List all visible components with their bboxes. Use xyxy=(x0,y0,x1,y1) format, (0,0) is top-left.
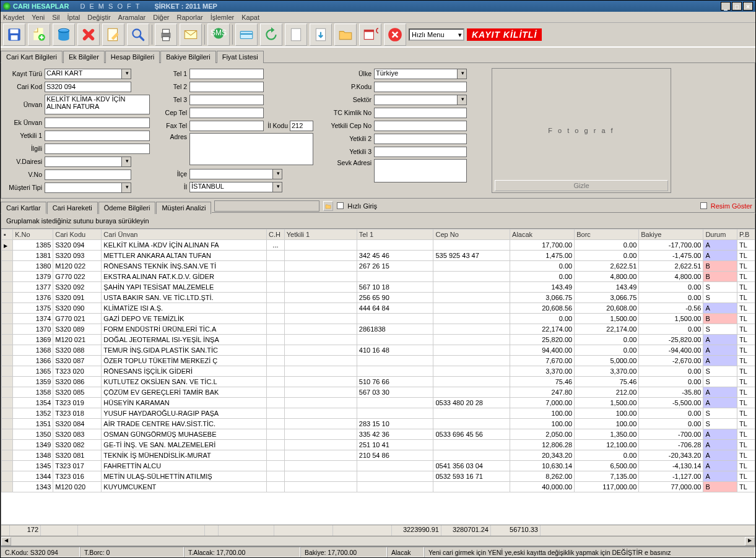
data-grid[interactable]: ▪K.NoCari KoduCari ÜnvanC.HYetkili 1Tel … xyxy=(1,229,755,525)
ilgili-input[interactable] xyxy=(45,144,150,154)
table-row[interactable]: 1349S320 082GE-Tİ İNŞ. VE SAN. MALZEMELE… xyxy=(2,440,755,450)
analysis-field[interactable] xyxy=(214,200,319,212)
col-header[interactable]: Borc xyxy=(575,230,639,240)
col-header[interactable]: Bakiye xyxy=(639,230,703,240)
tab-cari-kartlar[interactable]: Cari Kartlar xyxy=(1,202,46,214)
col-header[interactable]: Cari Ünvan xyxy=(102,230,267,240)
table-row[interactable]: 1385S320 094KELKİT KLİMA -KDV İÇİN ALINA… xyxy=(2,240,755,251)
table-row[interactable]: 1358S320 085ÇÖZÜM EV GEREÇLERİ TAMİR BAK… xyxy=(2,387,755,398)
save-icon[interactable] xyxy=(3,24,25,46)
col-header[interactable]: Tel 1 xyxy=(357,230,433,240)
menu-i̇şlemler[interactable]: İşlemler xyxy=(211,14,235,21)
musteri-tipi-combo[interactable] xyxy=(45,182,131,193)
calendar-ch-icon[interactable]: C.H xyxy=(359,24,381,46)
pkodu-input[interactable] xyxy=(374,82,467,92)
col-header[interactable]: Alacak xyxy=(510,230,575,240)
resim-goster-label[interactable]: Resim Göster xyxy=(711,202,752,210)
tab-cari-kart-bilgileri[interactable]: Cari Kart Bilgileri xyxy=(1,51,63,63)
yetkili2-input[interactable] xyxy=(374,134,467,144)
h-scrollbar[interactable]: ◀ ▶ xyxy=(1,536,755,546)
table-row[interactable]: 1343M120 020KUYUMCUKENT40,000.00117,000.… xyxy=(2,482,755,492)
ek-unvan-input[interactable] xyxy=(45,118,150,128)
table-row[interactable]: 1365T323 020RÖNESANS İŞÇİLİK GİDERİ3,370… xyxy=(2,366,755,377)
table-row[interactable]: 1377S320 092ŞAHİN YAPI TESİSAT MALZEMELE… xyxy=(2,282,755,293)
menu-değiştir[interactable]: Değiştir xyxy=(87,14,110,21)
table-row[interactable]: 1374G770 021GAZİ DEPO VE TEMİZLİK0.001,5… xyxy=(2,314,755,324)
ilkodu-input[interactable] xyxy=(290,121,313,131)
scroll-left-button[interactable]: ◀ xyxy=(1,537,11,546)
sektor-combo[interactable] xyxy=(374,95,467,105)
table-row[interactable]: 1380M120 022RÖNESANS TEKNİK İNŞ.SAN.VE T… xyxy=(2,261,755,272)
table-row[interactable]: 1348S320 081TEKNİK İŞ MÜHENDİSLİK-MURAT2… xyxy=(2,450,755,461)
tab-hesap-bilgileri[interactable]: Hesap Bilgileri xyxy=(105,51,160,63)
ulke-combo[interactable]: Türkiye xyxy=(374,69,467,79)
vdairesi-combo[interactable] xyxy=(45,157,131,167)
col-header[interactable]: Cari Kodu xyxy=(53,230,102,240)
menu-diğer[interactable]: Diğer xyxy=(153,14,169,21)
table-row[interactable]: 1345T323 017FAHRETTİN ALCU0541 356 03 04… xyxy=(2,461,755,471)
table-row[interactable]: 1370S320 089FORM ENDÜSTRİ ÜRÜNLERİ TİC.A… xyxy=(2,324,755,335)
table-row[interactable]: 1354T323 019HÜSEYİN KARAMAN0533 480 20 2… xyxy=(2,398,755,408)
quick-menu-combo[interactable]: Hızlı Menu xyxy=(409,28,464,41)
tckimlik-input[interactable] xyxy=(374,108,467,118)
yetkili1-input[interactable] xyxy=(45,131,150,141)
tab-fiyat-listesi[interactable]: Fiyat Listesi xyxy=(217,51,264,63)
menu-kaydet[interactable]: Kaydet xyxy=(3,14,24,21)
sevk-input[interactable] xyxy=(374,159,467,182)
cancel-icon[interactable] xyxy=(384,24,406,46)
unvan-input[interactable]: KELKİT KLİMA -KDV İÇİN ALINAN FATURA xyxy=(45,95,150,114)
ilce-combo[interactable] xyxy=(189,169,282,179)
database-icon[interactable] xyxy=(53,24,75,46)
fax-input[interactable] xyxy=(189,121,264,131)
scroll-right-button[interactable]: ▶ xyxy=(745,537,755,546)
yetkili-cep-input[interactable] xyxy=(374,121,467,131)
search-icon[interactable] xyxy=(127,24,149,46)
new-icon[interactable] xyxy=(28,24,50,46)
close-button[interactable]: × xyxy=(743,2,753,11)
table-row[interactable]: 1351S320 084AİR TRADE CENTRE HAV.SİST.Tİ… xyxy=(2,419,755,429)
table-row[interactable]: 1366S320 087ÖZER TOPLU TÜKETİM MERKEZİ Ç… xyxy=(2,356,755,366)
adres-input[interactable] xyxy=(189,133,313,165)
hide-photo-button[interactable]: Gizle xyxy=(495,180,668,191)
tel3-input[interactable] xyxy=(189,95,264,105)
col-header[interactable]: Yetkili 1 xyxy=(284,230,357,240)
tab-ödeme-bilgileri[interactable]: Ödeme Bilgileri xyxy=(98,202,156,214)
tel1-input[interactable] xyxy=(189,69,264,79)
card-icon[interactable] xyxy=(235,24,258,46)
table-row[interactable]: 1344T323 016METİN ULAŞ-SÜLHETTİN ATILMIŞ… xyxy=(2,471,755,482)
menu-sil[interactable]: Sil xyxy=(52,14,59,21)
vno-input[interactable] xyxy=(45,170,131,180)
resim-goster-check[interactable] xyxy=(700,202,707,209)
col-header[interactable]: P.B xyxy=(737,230,755,240)
maximize-button[interactable]: □ xyxy=(732,2,742,11)
table-row[interactable]: 1369M120 021DOĞAL JEOTERMAL ISI-YEŞİL İN… xyxy=(2,335,755,345)
col-header[interactable]: K.No xyxy=(13,230,53,240)
blank-doc-icon[interactable] xyxy=(285,24,307,46)
table-row[interactable]: 1368S320 088TEMUR İNŞ.GIDA PLASTİK SAN.T… xyxy=(2,345,755,356)
refresh-icon[interactable] xyxy=(260,24,282,46)
delete-icon[interactable] xyxy=(77,24,100,46)
menu-i̇ptal[interactable]: İptal xyxy=(67,14,80,21)
tab-bakiye-bilgileri[interactable]: Bakiye Bilgileri xyxy=(160,51,216,63)
table-row[interactable]: 1350S320 083OSMAN GÜNGÖRMÜŞ MUHASEBE335 … xyxy=(2,429,755,440)
edit-icon[interactable] xyxy=(102,24,124,46)
kayit-turu-combo[interactable]: CARI KART xyxy=(45,69,131,79)
col-header[interactable]: C.H xyxy=(267,230,285,240)
col-header[interactable]: Durum xyxy=(703,230,737,240)
table-row[interactable]: 1375S320 090KLİMATİZE ISI A.Ş.444 64 842… xyxy=(2,303,755,314)
hizli-giris-check[interactable] xyxy=(337,202,344,209)
table-row[interactable]: 1359S320 086KUTLUTEZ OKSİJEN SAN. VE TİC… xyxy=(2,377,755,387)
mail-icon[interactable] xyxy=(180,24,202,46)
import-icon[interactable] xyxy=(310,24,332,46)
menu-raporlar[interactable]: Raporlar xyxy=(177,14,203,21)
tab-müşteri-analizi[interactable]: Müşteri Analizi xyxy=(156,202,211,214)
group-hint[interactable]: Gruplamak istediğiniz sutunu buraya sürü… xyxy=(1,213,755,229)
table-row[interactable]: 1352T323 018YUSUF HAYDAROĞLU-RAGIP PAŞA1… xyxy=(2,408,755,419)
cep-input[interactable] xyxy=(189,108,264,118)
col-header[interactable]: Cep No xyxy=(433,230,510,240)
minimize-button[interactable]: _ xyxy=(721,2,731,11)
yetkili3-input[interactable] xyxy=(374,147,467,157)
tel2-input[interactable] xyxy=(189,82,264,92)
table-row[interactable]: 1381S320 093METTLER ANKARA ALTAN TUFAN34… xyxy=(2,251,755,261)
folder-icon[interactable] xyxy=(334,24,357,46)
